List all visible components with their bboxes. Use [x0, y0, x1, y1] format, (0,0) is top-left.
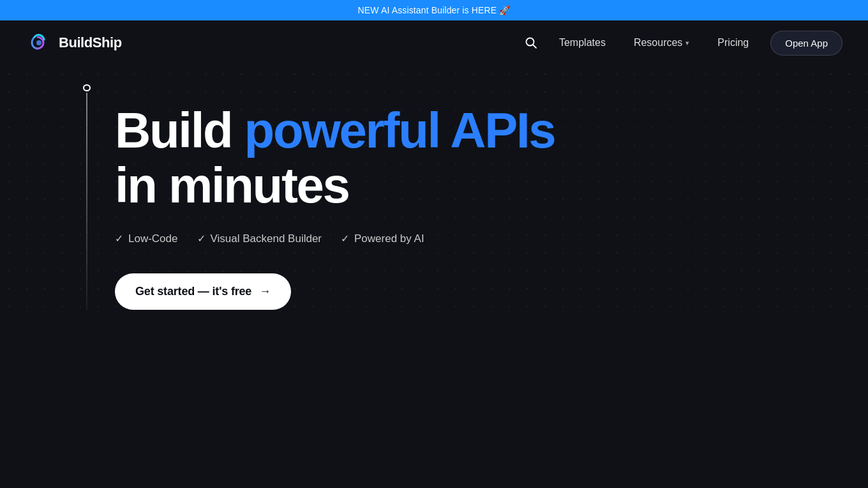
hero-title-line2: in minutes	[115, 158, 555, 213]
cta-label: Get started — it's free	[135, 285, 251, 298]
feature-badge-ai: ✓ Powered by AI	[341, 233, 424, 245]
vertical-line-decoration	[83, 84, 91, 310]
title-powerful-apis: powerful APIs	[244, 102, 555, 158]
search-icon	[525, 36, 537, 49]
logo-text: BuildShip	[59, 34, 122, 51]
check-icon-1: ✓	[115, 233, 123, 245]
logo[interactable]: BuildShip	[26, 29, 122, 56]
feature-badge-visual: ✓ Visual Backend Builder	[197, 233, 322, 245]
resources-chevron: ▾	[685, 39, 689, 47]
open-app-button[interactable]: Open App	[770, 31, 842, 56]
navbar: BuildShip Templates Resources ▾ Pricing …	[0, 20, 868, 65]
hero-title: Build powerful APIs in minutes	[115, 103, 555, 213]
svg-line-3	[533, 45, 536, 48]
hero-content: Build powerful APIs in minutes ✓ Low-Cod…	[115, 103, 555, 310]
check-icon-2: ✓	[197, 233, 206, 245]
nav-right: Templates Resources ▾ Pricing Open App	[520, 31, 842, 56]
announcement-text: NEW AI Assistant Builder is HERE 🚀	[358, 5, 511, 15]
search-button[interactable]	[520, 31, 542, 54]
vertical-line	[86, 93, 87, 309]
feature-badges: ✓ Low-Code ✓ Visual Backend Builder ✓ Po…	[115, 233, 555, 245]
logo-icon	[26, 29, 52, 56]
title-build: Build	[115, 102, 244, 158]
cta-button[interactable]: Get started — it's free →	[115, 273, 291, 310]
pricing-link[interactable]: Pricing	[706, 31, 760, 55]
badge-ai-label: Powered by AI	[354, 233, 424, 245]
check-icon-3: ✓	[341, 233, 349, 245]
templates-link[interactable]: Templates	[548, 31, 617, 55]
line-dot	[83, 84, 91, 91]
svg-point-1	[36, 40, 41, 45]
hero-section: Build powerful APIs in minutes ✓ Low-Cod…	[0, 65, 868, 310]
resources-link[interactable]: Resources ▾	[622, 31, 701, 55]
badge-lowcode-label: Low-Code	[128, 233, 178, 245]
feature-badge-lowcode: ✓ Low-Code	[115, 233, 178, 245]
arrow-icon: →	[259, 285, 271, 298]
badge-visual-label: Visual Backend Builder	[211, 233, 322, 245]
announcement-banner[interactable]: NEW AI Assistant Builder is HERE 🚀	[0, 0, 868, 20]
title-in-minutes: in minutes	[115, 157, 349, 213]
hero-title-line1: Build powerful APIs	[115, 103, 555, 158]
